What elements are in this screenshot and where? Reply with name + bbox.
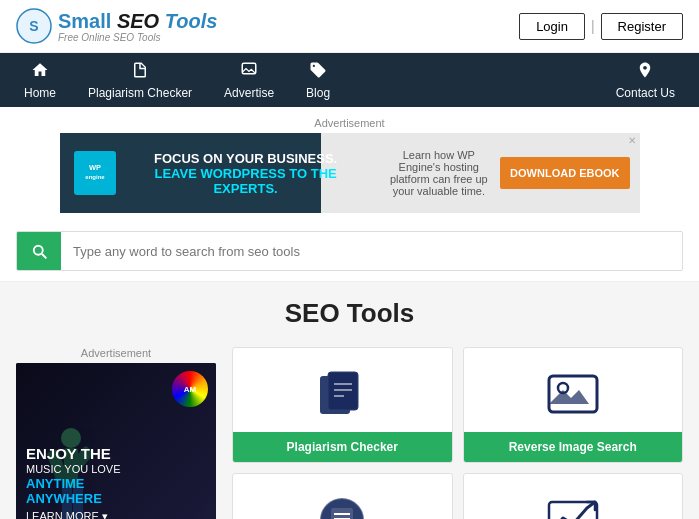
- tools-grid-area: Advertisement AM ENJOY THE MUSIC YOU LOV…: [16, 347, 683, 519]
- ad-banner-label: Advertisement: [0, 117, 699, 129]
- image-icon: [240, 61, 258, 83]
- logo-icon: S: [16, 8, 52, 44]
- navbar: Home Plagiarism Checker Advertise Blog C…: [0, 53, 699, 107]
- search-bar: [16, 231, 683, 271]
- home-icon: [31, 61, 49, 83]
- file-icon: [131, 61, 149, 83]
- logo-tools: Tools: [165, 10, 218, 32]
- logo-small: Small: [58, 10, 111, 32]
- reverse-image-label: Reverse Image Search: [464, 432, 683, 462]
- ad-close-icon[interactable]: ✕: [628, 135, 636, 146]
- left-ad-label: Advertisement: [16, 347, 216, 359]
- left-ad-music: MUSIC YOU LOVE: [26, 463, 206, 476]
- ad-text-block: FOCUS ON YOUR BUSINESS. LEAVE WORDPRESS …: [126, 151, 366, 196]
- files-icon: [314, 366, 370, 422]
- ad-banner-left: WP engine FOCUS ON YOUR BUSINESS. LEAVE …: [60, 151, 380, 196]
- reverse-image-icon-area: [545, 348, 601, 432]
- ad-banner-right: Learn how WP Engine's hosting platform c…: [380, 149, 640, 197]
- tool-card-plagiarism[interactable]: Plagiarism Checker: [232, 347, 453, 463]
- ad-section: Advertisement WP engine FOCUS ON YOUR BU…: [0, 107, 699, 219]
- tool-card-3[interactable]: [232, 473, 453, 519]
- logo-sub: Free Online SEO Tools: [58, 32, 217, 43]
- plagiarism-checker-label: Plagiarism Checker: [233, 432, 452, 462]
- nav-home[interactable]: Home: [8, 55, 72, 106]
- left-ad-anytime: ANYTIME: [26, 476, 206, 491]
- nav-home-label: Home: [24, 86, 56, 100]
- ad-leave-text: LEAVE WORDPRESS TO THE EXPERTS.: [126, 166, 366, 196]
- logo-seo: SEO: [117, 10, 159, 32]
- left-ad: Advertisement AM ENJOY THE MUSIC YOU LOV…: [16, 347, 216, 519]
- left-ad-anywhere: ANYWHERE: [26, 491, 206, 506]
- header-buttons: Login | Register: [519, 13, 683, 40]
- pin-icon: [636, 61, 654, 83]
- logo-area: S Small SEO Tools Free Online SEO Tools: [16, 8, 217, 44]
- left-ad-content: ENJOY THE MUSIC YOU LOVE ANYTIME ANYWHER…: [26, 445, 206, 519]
- left-ad-box: AM ENJOY THE MUSIC YOU LOVE ANYTIME ANYW…: [16, 363, 216, 519]
- nav-advertise[interactable]: Advertise: [208, 55, 290, 106]
- header: S Small SEO Tools Free Online SEO Tools …: [0, 0, 699, 53]
- tool-card-reverse-image[interactable]: Reverse Image Search: [463, 347, 684, 463]
- document-edit-icon-area: [314, 474, 370, 519]
- tag-icon: [309, 61, 327, 83]
- ad-focus-text: FOCUS ON YOUR BUSINESS.: [126, 151, 366, 166]
- tool-card-4[interactable]: [463, 473, 684, 519]
- image-search-icon: [545, 366, 601, 422]
- document-edit-icon: [314, 492, 370, 519]
- left-ad-learn[interactable]: LEARN MORE ▾: [26, 510, 206, 519]
- nav-contact[interactable]: Contact Us: [600, 55, 691, 106]
- ad-right-text: Learn how WP Engine's hosting platform c…: [390, 149, 489, 197]
- search-input[interactable]: [61, 232, 682, 270]
- left-ad-enjoy: ENJOY THE: [26, 445, 206, 463]
- trending-icon-area: [545, 474, 601, 519]
- seo-section: SEO Tools Advertisement AM ENJOY THE: [0, 282, 699, 519]
- nav-advertise-label: Advertise: [224, 86, 274, 100]
- svg-rect-17: [549, 376, 597, 412]
- seo-tools-title: SEO Tools: [16, 298, 683, 329]
- tools-cards: Plagiarism Checker Reverse Image Search: [232, 347, 683, 519]
- svg-text:WP: WP: [89, 163, 101, 172]
- nav-plagiarism[interactable]: Plagiarism Checker: [72, 55, 208, 106]
- svg-text:engine: engine: [85, 174, 105, 180]
- wp-logo: WP engine: [74, 151, 116, 195]
- header-separator: |: [591, 18, 595, 34]
- am-badge: AM: [172, 371, 208, 407]
- download-ebook-button[interactable]: DOWNLOAD EBOOK: [500, 157, 629, 189]
- logo-text: Small SEO Tools Free Online SEO Tools: [58, 10, 217, 43]
- login-button[interactable]: Login: [519, 13, 585, 40]
- search-icon: [30, 242, 48, 260]
- plagiarism-checker-icon-area: [314, 348, 370, 432]
- nav-contact-label: Contact Us: [616, 86, 675, 100]
- nav-plagiarism-label: Plagiarism Checker: [88, 86, 192, 100]
- svg-text:S: S: [29, 18, 38, 34]
- ad-banner: WP engine FOCUS ON YOUR BUSINESS. LEAVE …: [60, 133, 640, 213]
- search-section: [0, 219, 699, 282]
- nav-blog-label: Blog: [306, 86, 330, 100]
- nav-blog[interactable]: Blog: [290, 55, 346, 106]
- search-button[interactable]: [17, 232, 61, 270]
- trending-up-icon: [545, 492, 601, 519]
- register-button[interactable]: Register: [601, 13, 683, 40]
